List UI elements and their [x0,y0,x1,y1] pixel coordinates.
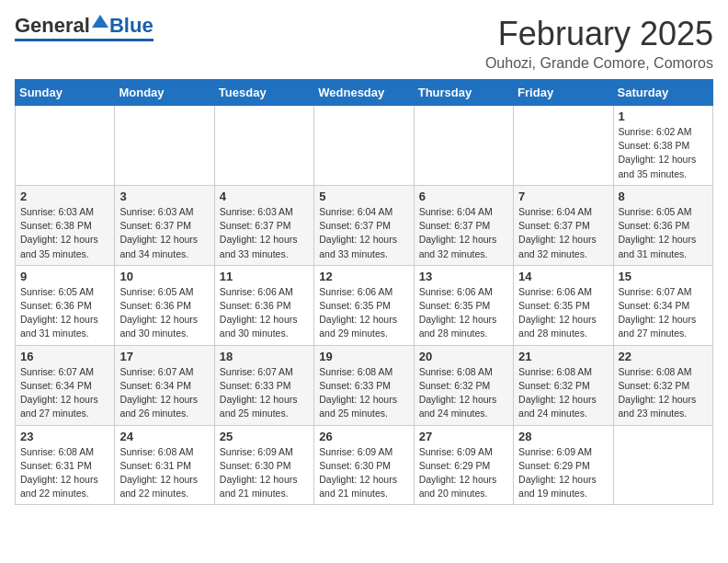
calendar-day-cell: 12Sunrise: 6:06 AM Sunset: 6:35 PM Dayli… [314,265,414,345]
calendar-day-cell: 23Sunrise: 6:08 AM Sunset: 6:31 PM Dayli… [16,425,115,505]
calendar-week-row: 1Sunrise: 6:02 AM Sunset: 6:38 PM Daylig… [16,106,713,186]
calendar-day-cell: 5Sunrise: 6:04 AM Sunset: 6:37 PM Daylig… [314,185,414,265]
day-info: Sunrise: 6:07 AM Sunset: 6:34 PM Dayligh… [20,365,109,421]
calendar-day-header: Sunday [16,80,115,106]
calendar-day-header: Tuesday [214,80,313,106]
day-info: Sunrise: 6:05 AM Sunset: 6:36 PM Dayligh… [20,285,109,341]
logo-underline [15,39,154,41]
calendar-day-cell: 24Sunrise: 6:08 AM Sunset: 6:31 PM Dayli… [115,425,214,505]
day-info: Sunrise: 6:06 AM Sunset: 6:35 PM Dayligh… [419,285,508,341]
logo-blue: Blue [109,16,154,36]
day-number: 14 [518,270,608,283]
day-info: Sunrise: 6:08 AM Sunset: 6:32 PM Dayligh… [619,365,708,421]
day-info: Sunrise: 6:08 AM Sunset: 6:33 PM Dayligh… [319,365,408,421]
day-info: Sunrise: 6:09 AM Sunset: 6:29 PM Dayligh… [518,445,608,501]
logo: General Blue [15,15,154,41]
day-info: Sunrise: 6:03 AM Sunset: 6:38 PM Dayligh… [20,205,109,261]
day-number: 23 [20,430,109,443]
day-number: 18 [220,350,309,363]
day-number: 4 [220,190,309,203]
calendar-week-row: 9Sunrise: 6:05 AM Sunset: 6:36 PM Daylig… [16,265,713,345]
calendar-day-cell [115,106,214,186]
day-number: 20 [419,350,508,363]
day-info: Sunrise: 6:08 AM Sunset: 6:31 PM Dayligh… [119,445,209,501]
day-info: Sunrise: 6:07 AM Sunset: 6:33 PM Dayligh… [220,365,309,421]
calendar-week-row: 16Sunrise: 6:07 AM Sunset: 6:34 PM Dayli… [16,345,713,425]
day-info: Sunrise: 6:03 AM Sunset: 6:37 PM Dayligh… [119,205,209,261]
month-title: February 2025 [485,15,713,53]
calendar-day-cell: 3Sunrise: 6:03 AM Sunset: 6:37 PM Daylig… [115,185,214,265]
calendar-day-cell [613,425,712,505]
day-info: Sunrise: 6:08 AM Sunset: 6:32 PM Dayligh… [518,365,608,421]
day-number: 10 [119,270,209,283]
day-number: 8 [619,190,708,203]
day-number: 17 [119,350,209,363]
calendar-day-cell [16,106,115,186]
day-info: Sunrise: 6:05 AM Sunset: 6:36 PM Dayligh… [119,285,209,341]
day-number: 28 [518,430,608,443]
day-number: 27 [419,430,508,443]
day-number: 12 [319,270,408,283]
calendar-day-header: Wednesday [314,80,414,106]
calendar-day-cell: 6Sunrise: 6:04 AM Sunset: 6:37 PM Daylig… [414,185,513,265]
day-info: Sunrise: 6:02 AM Sunset: 6:38 PM Dayligh… [619,125,708,181]
calendar-day-header: Saturday [613,80,712,106]
day-info: Sunrise: 6:09 AM Sunset: 6:29 PM Dayligh… [419,445,508,501]
day-info: Sunrise: 6:06 AM Sunset: 6:35 PM Dayligh… [518,285,608,341]
day-number: 19 [319,350,408,363]
calendar-day-cell [314,106,414,186]
calendar-day-header: Monday [115,80,214,106]
calendar-week-row: 23Sunrise: 6:08 AM Sunset: 6:31 PM Dayli… [16,425,713,505]
calendar-table: SundayMondayTuesdayWednesdayThursdayFrid… [15,79,713,505]
calendar-day-cell: 21Sunrise: 6:08 AM Sunset: 6:32 PM Dayli… [514,345,613,425]
calendar-day-cell [214,106,313,186]
calendar-day-cell: 18Sunrise: 6:07 AM Sunset: 6:33 PM Dayli… [214,345,313,425]
page-header: General Blue February 2025 Ouhozi, Grand… [15,15,713,72]
day-number: 25 [220,430,309,443]
title-block: February 2025 Ouhozi, Grande Comore, Com… [485,15,713,72]
calendar-day-cell: 22Sunrise: 6:08 AM Sunset: 6:32 PM Dayli… [613,345,712,425]
day-number: 6 [419,190,508,203]
logo-general: General [15,16,90,36]
day-number: 16 [20,350,109,363]
calendar-header-row: SundayMondayTuesdayWednesdayThursdayFrid… [16,80,713,106]
calendar-day-cell: 10Sunrise: 6:05 AM Sunset: 6:36 PM Dayli… [115,265,214,345]
day-number: 7 [518,190,608,203]
calendar-week-row: 2Sunrise: 6:03 AM Sunset: 6:38 PM Daylig… [16,185,713,265]
calendar-day-cell: 20Sunrise: 6:08 AM Sunset: 6:32 PM Dayli… [414,345,513,425]
day-number: 13 [419,270,508,283]
calendar-day-cell [514,106,613,186]
calendar-day-cell: 9Sunrise: 6:05 AM Sunset: 6:36 PM Daylig… [16,265,115,345]
calendar-day-cell: 16Sunrise: 6:07 AM Sunset: 6:34 PM Dayli… [16,345,115,425]
calendar-day-cell [414,106,513,186]
calendar-day-cell: 4Sunrise: 6:03 AM Sunset: 6:37 PM Daylig… [214,185,313,265]
logo-triangle-icon [92,15,108,28]
calendar-day-cell: 8Sunrise: 6:05 AM Sunset: 6:36 PM Daylig… [613,185,712,265]
calendar-day-cell: 25Sunrise: 6:09 AM Sunset: 6:30 PM Dayli… [214,425,313,505]
day-info: Sunrise: 6:09 AM Sunset: 6:30 PM Dayligh… [319,445,408,501]
calendar-day-cell: 15Sunrise: 6:07 AM Sunset: 6:34 PM Dayli… [613,265,712,345]
day-number: 9 [20,270,109,283]
day-info: Sunrise: 6:08 AM Sunset: 6:31 PM Dayligh… [20,445,109,501]
calendar-day-cell: 14Sunrise: 6:06 AM Sunset: 6:35 PM Dayli… [514,265,613,345]
day-info: Sunrise: 6:07 AM Sunset: 6:34 PM Dayligh… [619,285,708,341]
day-number: 2 [20,190,109,203]
calendar-day-cell: 7Sunrise: 6:04 AM Sunset: 6:37 PM Daylig… [514,185,613,265]
calendar-day-cell: 1Sunrise: 6:02 AM Sunset: 6:38 PM Daylig… [613,106,712,186]
day-info: Sunrise: 6:07 AM Sunset: 6:34 PM Dayligh… [119,365,209,421]
day-number: 1 [619,109,708,123]
day-info: Sunrise: 6:08 AM Sunset: 6:32 PM Dayligh… [419,365,508,421]
day-info: Sunrise: 6:04 AM Sunset: 6:37 PM Dayligh… [518,205,608,261]
location-title: Ouhozi, Grande Comore, Comoros [485,55,713,72]
calendar-day-header: Friday [514,80,613,106]
calendar-day-cell: 27Sunrise: 6:09 AM Sunset: 6:29 PM Dayli… [414,425,513,505]
day-number: 24 [119,430,209,443]
day-info: Sunrise: 6:06 AM Sunset: 6:36 PM Dayligh… [220,285,309,341]
day-info: Sunrise: 6:05 AM Sunset: 6:36 PM Dayligh… [619,205,708,261]
calendar-day-header: Thursday [414,80,513,106]
day-number: 5 [319,190,408,203]
calendar-day-cell: 28Sunrise: 6:09 AM Sunset: 6:29 PM Dayli… [514,425,613,505]
day-number: 22 [619,350,708,363]
day-number: 26 [319,430,408,443]
day-info: Sunrise: 6:09 AM Sunset: 6:30 PM Dayligh… [220,445,309,501]
